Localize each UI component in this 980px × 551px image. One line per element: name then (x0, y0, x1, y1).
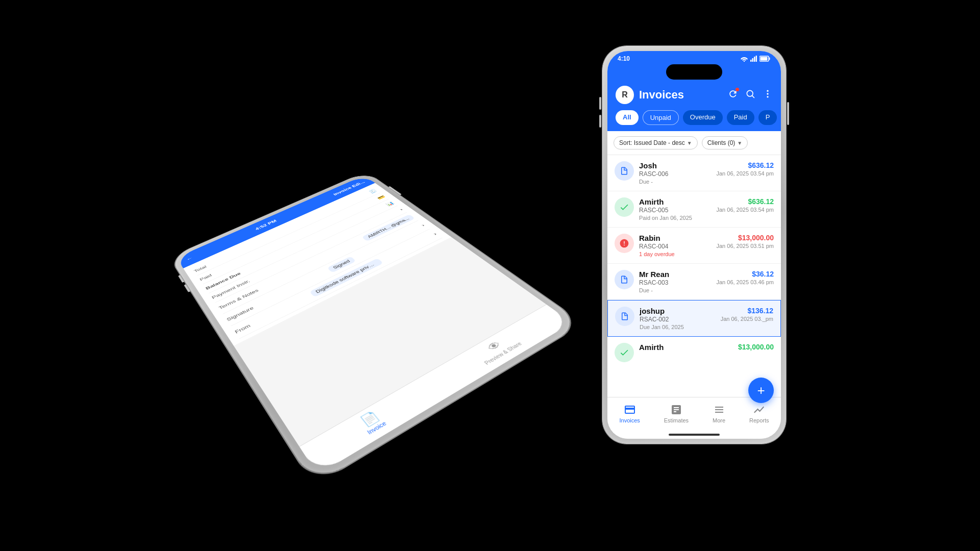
invoice-icon-amirth2 (615, 343, 634, 362)
invoice-info-amirth1: Amirth RASC-005 Paid on Jan 06, 2025 (639, 197, 711, 221)
svg-rect-7 (761, 57, 768, 61)
invoice-amount-col-amirth1: $636.12 Jan 06, 2025 03.54 pm (716, 197, 774, 213)
svg-rect-3 (754, 57, 755, 62)
home-indicator (607, 432, 781, 439)
sort-dropdown[interactable]: Sort: Issued Date - desc ▼ (614, 136, 698, 149)
row-from-label: From (234, 323, 252, 335)
document-icon-joshup (620, 312, 629, 321)
tab-all[interactable]: All (616, 110, 639, 125)
invoice-amount-col-rabin: $13,000.00 Jan 06, 2025 03.51 pm (716, 234, 774, 249)
filter-tabs: All Unpaid Overdue Paid P (607, 110, 781, 131)
home-bar (669, 434, 720, 436)
check-icon-amirth2 (619, 347, 629, 358)
invoice-amount-col-amirth2: $13,000.00 (738, 343, 774, 351)
invoice-info-joshup: joshup RSAC-002 Due Jan 06, 2025 (640, 307, 716, 330)
invoice-icon-amirth1 (615, 197, 634, 217)
invoice-item-joshup[interactable]: joshup RSAC-002 Due Jan 06, 2025 $136.12… (607, 300, 781, 337)
svg-point-10 (767, 93, 768, 94)
fab-add-button[interactable]: + (748, 378, 774, 403)
invoice-num-mrrean: RSAC-003 (639, 279, 711, 286)
invoice-item-amirth1[interactable]: Amirth RASC-005 Paid on Jan 06, 2025 $63… (607, 191, 781, 228)
invoice-status-josh: Due - (639, 179, 711, 185)
nav-more[interactable]: More (708, 404, 729, 423)
dynamic-island (607, 64, 781, 82)
invoices-nav-icon (624, 404, 636, 416)
invoice-amount-amirth2: $13,000.00 (738, 343, 774, 351)
back-nav-invoice[interactable]: 📄 Invoice (352, 406, 391, 438)
invoice-name-mrrean: Mr Rean (639, 270, 711, 279)
invoice-status-rabin: 1 day overdue (639, 251, 711, 257)
scene: ← 4:52 PM Invoice Edi... Total 🧾 Paid 💳 (184, 46, 796, 505)
notification-dot (736, 88, 739, 91)
invoice-status-amirth1: Paid on Jan 06, 2025 (639, 215, 711, 221)
tab-paid[interactable]: Paid (727, 110, 754, 125)
invoice-name-amirth2: Amirth (639, 343, 733, 352)
back-phone: ← 4:52 PM Invoice Edi... Total 🧾 Paid 💳 (169, 172, 583, 485)
svg-point-8 (747, 90, 753, 96)
sort-bar: Sort: Issued Date - desc ▼ Clients (0) ▼ (607, 131, 781, 155)
refresh-icon-container[interactable] (728, 89, 738, 102)
invoice-name-rabin: Rabin (639, 234, 711, 242)
invoice-name-joshup: joshup (640, 307, 716, 315)
side-button-volume-up (178, 275, 185, 283)
invoice-amount-joshup: $136.12 (721, 307, 773, 315)
nav-invoices[interactable]: Invoices (615, 404, 644, 423)
svg-rect-1 (750, 60, 752, 62)
front-side-button-power (787, 102, 789, 125)
more-icon-container[interactable] (763, 89, 773, 102)
tab-overdue[interactable]: Overdue (683, 110, 723, 125)
svg-rect-6 (769, 58, 770, 60)
invoice-amount-col-joshup: $136.12 Jan 06, 2025 03._pm (721, 307, 773, 322)
document-icon-mrrean (620, 275, 629, 284)
invoice-item-amirth2[interactable]: Amirth $13,000.00 (607, 337, 781, 368)
invoice-icon-mrrean (615, 270, 634, 289)
bottom-nav: Invoices Estimates More (607, 397, 781, 432)
tab-unpaid[interactable]: Unpaid (643, 110, 679, 125)
invoice-num-joshup: RSAC-002 (640, 316, 716, 323)
nav-more-label: More (713, 417, 725, 423)
app-header: R Invoices (607, 82, 781, 110)
front-side-button-volume-down (599, 115, 601, 128)
check-icon-amirth1 (619, 202, 629, 212)
nav-estimates[interactable]: Estimates (660, 404, 693, 423)
invoice-amount-rabin: $13,000.00 (716, 234, 774, 242)
front-phone: 4:10 (602, 46, 786, 444)
svg-point-11 (767, 96, 768, 97)
svg-rect-2 (752, 58, 754, 62)
back-nav-preview[interactable]: 👁 Preview & Share (469, 330, 527, 368)
signal-icon (750, 56, 757, 62)
invoice-name-amirth1: Amirth (639, 197, 711, 206)
user-avatar[interactable]: R (616, 86, 634, 104)
nav-reports-label: Reports (749, 417, 769, 423)
header-icons (728, 89, 773, 102)
nav-reports[interactable]: Reports (745, 404, 773, 423)
back-bottom-nav: 📄 Invoice 👁 Preview & Share (299, 304, 572, 474)
invoice-date-amirth1: Jan 06, 2025 03.54 pm (716, 207, 774, 213)
front-side-button-volume-up (599, 97, 601, 110)
front-phone-shell: 4:10 (602, 46, 786, 444)
invoice-icon-josh (615, 161, 634, 181)
invoice-item-josh[interactable]: Josh RASC-006 Due - $636.12 Jan 06, 2025… (607, 155, 781, 191)
invoice-status-joshup: Due Jan 06, 2025 (640, 324, 716, 330)
row-paid-icon: 💳 (376, 195, 386, 201)
more-icon (763, 89, 773, 99)
invoice-item-rabin[interactable]: Rabin RASC-004 1 day overdue $13,000.00 … (607, 228, 781, 264)
tab-more-filter[interactable]: P (758, 110, 777, 125)
invoice-info-amirth2: Amirth (639, 343, 733, 352)
invoice-num-josh: RASC-006 (639, 170, 711, 178)
invoice-info-rabin: Rabin RASC-004 1 day overdue (639, 234, 711, 257)
reports-nav-icon (753, 404, 765, 416)
back-button-icon[interactable]: ← (185, 256, 193, 262)
search-icon (745, 89, 755, 99)
search-icon-container[interactable] (745, 89, 755, 102)
clients-dropdown[interactable]: Clients (0) ▼ (702, 136, 748, 149)
invoice-icon-joshup (615, 307, 634, 326)
invoice-date-rabin: Jan 06, 2025 03.51 pm (716, 243, 774, 249)
svg-point-0 (744, 61, 745, 62)
invoice-date-joshup: Jan 06, 2025 03._pm (721, 316, 773, 322)
document-icon-josh (620, 166, 629, 176)
invoice-item-mrrean[interactable]: Mr Rean RSAC-003 Due - $36.12 Jan 06, 20… (607, 264, 781, 300)
front-phone-screen: 4:10 (607, 51, 781, 439)
invoice-amount-col-mrrean: $36.12 Jan 06, 2025 03.46 pm (716, 270, 774, 285)
back-phone-shell: ← 4:52 PM Invoice Edi... Total 🧾 Paid 💳 (169, 172, 583, 485)
